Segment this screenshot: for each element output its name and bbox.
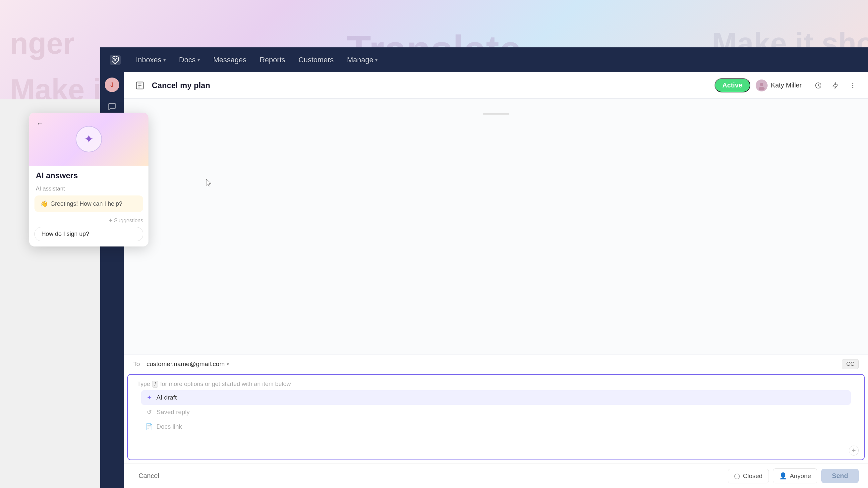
ai-greeting-bubble: 👋 Greetings! How can I help? bbox=[34, 195, 143, 212]
inboxes-chevron-icon: ▾ bbox=[163, 57, 166, 63]
compose-footer: Cancel ◯ Closed 👤 Anyone Send bbox=[124, 463, 868, 488]
ai-panel-title-area: AI answers bbox=[29, 166, 149, 186]
saved-reply-label: Saved reply bbox=[156, 409, 190, 416]
person-icon: 👤 bbox=[779, 472, 787, 480]
editor-add-button[interactable]: + bbox=[849, 446, 859, 456]
status-active-badge[interactable]: Active bbox=[715, 78, 750, 92]
assigned-agent: Katy Miller bbox=[756, 79, 802, 92]
nav-item-messages[interactable]: Messages bbox=[208, 53, 252, 67]
app-logo[interactable] bbox=[108, 53, 123, 67]
text-editor[interactable]: Type / for more options or get started w… bbox=[127, 374, 865, 460]
svg-point-6 bbox=[760, 83, 763, 86]
nav-item-docs[interactable]: Docs ▾ bbox=[174, 53, 205, 67]
bg-text-left: nger bbox=[10, 27, 74, 61]
greeting-text: Greetings! How can I help? bbox=[51, 200, 122, 207]
conversation-body bbox=[124, 99, 868, 354]
quick-action-saved-reply[interactable]: ↺ Saved reply bbox=[141, 405, 851, 419]
doc-icon: 📄 bbox=[145, 423, 153, 431]
svg-point-1 bbox=[114, 59, 116, 61]
svg-point-10 bbox=[852, 85, 854, 86]
nav-item-customers[interactable]: Customers bbox=[293, 53, 339, 67]
user-avatar[interactable]: J bbox=[105, 77, 119, 92]
docs-link-label: Docs link bbox=[156, 423, 182, 430]
agent-avatar bbox=[756, 79, 768, 92]
ai-sparkle-icon: ✦ bbox=[84, 132, 94, 146]
nav-item-reports[interactable]: Reports bbox=[254, 53, 290, 67]
suggestions-label: ✦ Suggestions bbox=[108, 217, 143, 224]
svg-point-9 bbox=[852, 83, 854, 84]
lightning-icon[interactable] bbox=[830, 79, 841, 92]
ai-draft-label: AI draft bbox=[156, 394, 177, 401]
sparkle-small-icon: ✦ bbox=[108, 217, 113, 224]
sparkle-icon: ✦ bbox=[145, 394, 153, 401]
refresh-icon: ↺ bbox=[145, 408, 153, 416]
ai-sparkle-circle: ✦ bbox=[75, 126, 102, 153]
cc-button[interactable]: CC bbox=[842, 359, 859, 369]
content-area: J bbox=[100, 72, 868, 488]
quick-action-ai-draft[interactable]: ✦ AI draft bbox=[141, 390, 851, 405]
docs-chevron-icon: ▾ bbox=[197, 57, 200, 63]
email-to-row: To customer.name@gmail.com ▾ CC bbox=[124, 355, 868, 374]
slash-badge: / bbox=[152, 381, 158, 388]
main-panel: Cancel my plan Active Katy Miller bbox=[124, 72, 868, 488]
ai-suggestion-chip[interactable]: How do I sign up? bbox=[34, 227, 143, 241]
conversation-divider bbox=[133, 113, 859, 115]
editor-placeholder: Type / for more options or get started w… bbox=[137, 381, 855, 388]
assignee-button[interactable]: 👤 Anyone bbox=[773, 468, 817, 483]
ai-panel-title: AI answers bbox=[36, 171, 142, 180]
to-label: To bbox=[133, 360, 143, 368]
footer-right-actions: ◯ Closed 👤 Anyone Send bbox=[728, 468, 859, 483]
nav-item-inboxes[interactable]: Inboxes ▾ bbox=[131, 53, 171, 67]
sidebar-chat-icon[interactable] bbox=[105, 99, 119, 113]
to-chevron-icon: ▾ bbox=[227, 361, 229, 367]
agent-name: Katy Miller bbox=[771, 82, 802, 89]
closed-status-icon: ◯ bbox=[734, 473, 740, 479]
manage-chevron-icon: ▾ bbox=[375, 57, 377, 63]
cancel-button[interactable]: Cancel bbox=[133, 469, 164, 482]
greeting-emoji: 👋 bbox=[40, 200, 48, 207]
quick-action-docs-link[interactable]: 📄 Docs link bbox=[141, 419, 851, 434]
app-container: Inboxes ▾ Docs ▾ Messages Reports Custom… bbox=[100, 47, 868, 488]
timer-icon[interactable] bbox=[812, 79, 824, 92]
ai-panel: ← ✦ AI answers AI assistant 👋 Greetings!… bbox=[29, 112, 149, 247]
svg-point-11 bbox=[852, 87, 854, 88]
conversation-type-icon bbox=[133, 79, 147, 92]
header-actions bbox=[812, 79, 859, 92]
ai-suggestions-row: ✦ Suggestions bbox=[29, 217, 149, 227]
send-button[interactable]: Send bbox=[821, 469, 859, 483]
more-options-icon[interactable] bbox=[847, 79, 859, 92]
ai-panel-gradient: ← ✦ bbox=[29, 112, 149, 166]
ai-assistant-label: AI assistant bbox=[29, 186, 149, 192]
to-address[interactable]: customer.name@gmail.com ▾ bbox=[147, 360, 229, 368]
nav-item-manage[interactable]: Manage ▾ bbox=[342, 53, 383, 67]
conversation-title: Cancel my plan bbox=[152, 81, 709, 90]
navbar: Inboxes ▾ Docs ▾ Messages Reports Custom… bbox=[100, 47, 868, 72]
conversation-header: Cancel my plan Active Katy Miller bbox=[124, 72, 868, 99]
compose-area: To customer.name@gmail.com ▾ CC Type / f… bbox=[124, 354, 868, 488]
quick-actions-menu: ✦ AI draft ↺ Saved reply 📄 Docs link bbox=[137, 388, 855, 439]
ai-panel-back-button[interactable]: ← bbox=[34, 118, 45, 129]
status-closed-button[interactable]: ◯ Closed bbox=[728, 469, 769, 483]
